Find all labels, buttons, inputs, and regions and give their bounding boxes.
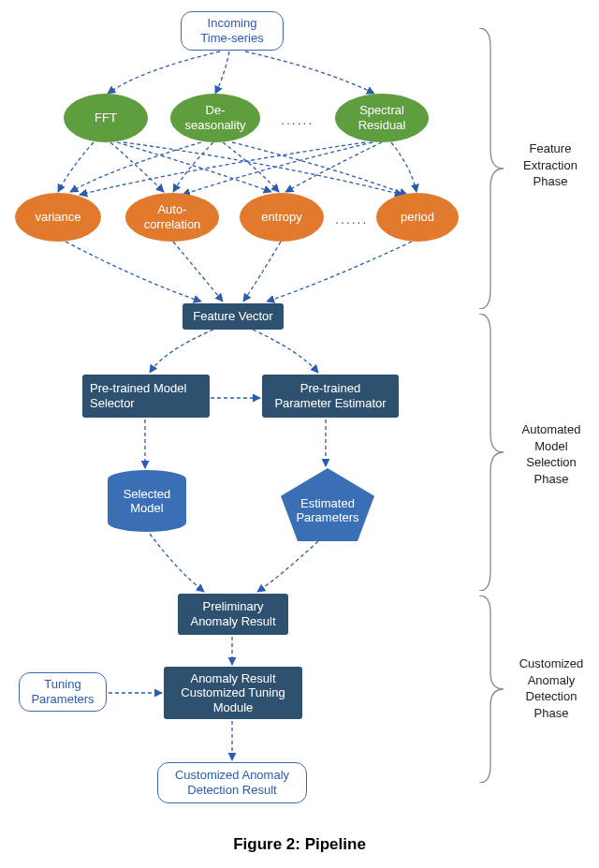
node-final-result: Customized Anomaly Detection Result (157, 762, 307, 803)
label: Tuning Parameters (31, 677, 94, 706)
ellipsis-row2: ...... (335, 212, 368, 227)
node-selected-model: Selected Model (108, 470, 186, 532)
label: Customized Anomaly Detection Phase (519, 656, 584, 720)
label: Feature Vector (193, 309, 272, 324)
brace-phase2 (477, 314, 505, 591)
label: Pre-trained Parameter Estimator (274, 381, 386, 410)
label: Incoming Time-series (200, 16, 263, 45)
node-preliminary-result: Preliminary Anomaly Result (178, 594, 288, 635)
label: Anomaly Result Customized Tuning Module (181, 671, 285, 715)
node-param-estimator: Pre-trained Parameter Estimator (262, 375, 399, 418)
label: De- seasonality (184, 103, 245, 132)
label: Auto- correlation (144, 202, 201, 231)
node-fft: FFT (64, 94, 148, 142)
label: entropy (261, 210, 301, 225)
phase-label-1: Feature Extraction Phase (513, 140, 588, 190)
label: Customized Anomaly Detection Result (175, 768, 289, 797)
label: Spectral Residual (358, 103, 406, 132)
brace-phase3 (477, 596, 505, 783)
node-variance: variance (15, 193, 101, 242)
label: Preliminary Anomaly Result (190, 599, 275, 628)
node-spectral-residual: Spectral Residual (335, 94, 429, 142)
brace-phase1 (477, 28, 505, 309)
node-entropy: entropy (240, 193, 324, 242)
node-autocorrelation: Auto- correlation (125, 193, 219, 242)
label: FFT (95, 110, 117, 125)
label: Estimated Parameters (296, 496, 358, 524)
label: Pre-trained Model Selector (90, 381, 186, 410)
label: variance (35, 210, 80, 225)
phase-label-3: Customized Anomaly Detection Phase (511, 655, 592, 721)
node-period: period (376, 193, 459, 242)
label: Selected Model (124, 487, 171, 515)
phase-label-2: Automated Model Selection Phase (511, 421, 592, 487)
label: Feature Extraction Phase (523, 141, 577, 188)
node-estimated-params: Estimated Parameters (281, 468, 374, 541)
label: period (401, 210, 434, 225)
node-tuning-parameters: Tuning Parameters (19, 672, 107, 712)
node-model-selector: Pre-trained Model Selector (82, 375, 210, 418)
node-tuning-module: Anomaly Result Customized Tuning Module (164, 667, 302, 719)
node-deseasonality: De- seasonality (170, 94, 260, 142)
figure-caption: Figure 2: Pipeline (0, 835, 599, 854)
label: Automated Model Selection Phase (522, 422, 581, 486)
node-feature-vector: Feature Vector (183, 303, 284, 330)
node-incoming-timeseries: Incoming Time-series (181, 11, 284, 51)
ellipsis-row1: ...... (281, 112, 314, 127)
